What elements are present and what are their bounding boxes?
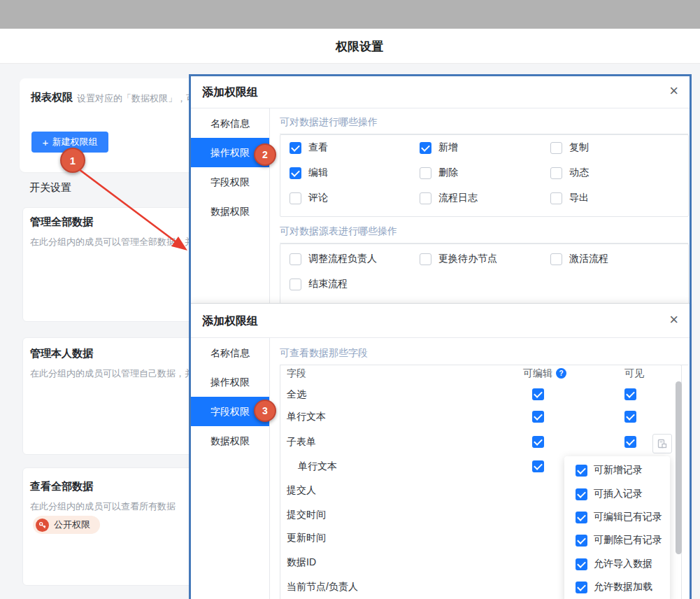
add-permission-group-modal-1: 添加权限组 × 名称信息 操作权限 字段权限 数据权限 可对数据进行哪些操作 查…: [191, 76, 690, 303]
checkbox-item: 导出: [550, 192, 589, 204]
dropdown-item-label: 可新增记录: [594, 464, 643, 477]
tab-field-permission[interactable]: 字段权限: [191, 167, 269, 197]
field-row-label: 单行文本: [287, 411, 326, 423]
card-title: 管理全部数据: [30, 216, 93, 229]
checkbox-item: 激活流程: [550, 253, 608, 265]
public-permission-label: 公开权限: [54, 519, 90, 531]
dropdown-item: 可新增记录: [576, 464, 643, 477]
editable-checkbox-sub-single-text[interactable]: [532, 460, 544, 472]
checkbox-can-edit-existing[interactable]: [576, 512, 587, 523]
checkbox-view[interactable]: [290, 142, 301, 154]
visible-checkbox-select-all[interactable]: [624, 388, 636, 400]
checkbox-item: 评论: [290, 192, 328, 204]
modal2-header: [191, 304, 690, 338]
tab-name-info[interactable]: 名称信息: [191, 108, 269, 138]
field-row-label: 当前节点/负责人: [287, 581, 358, 593]
section-label-data-operations: 可对数据进行哪些操作: [280, 116, 689, 134]
checkbox-end-flow[interactable]: [290, 279, 301, 290]
checkbox-label: 更换待办节点: [438, 253, 497, 265]
tab-data-permission[interactable]: 数据权限: [191, 197, 269, 226]
modal1-title: 添加权限组: [202, 85, 258, 100]
checkbox-label: 导出: [569, 192, 589, 204]
field-row-label: 子表单: [287, 436, 316, 449]
checkbox-label: 流程日志: [438, 192, 478, 204]
checkbox-item: 编辑: [290, 167, 328, 179]
page-title: 权限设置: [0, 38, 700, 55]
visible-checkbox-single-text[interactable]: [624, 411, 636, 423]
plus-icon: +: [43, 136, 49, 148]
table-scrollbar-thumb[interactable]: [676, 381, 682, 554]
modal1-header: [191, 76, 690, 108]
column-header-editable: 可编辑?: [523, 367, 566, 380]
checkbox-label: 复制: [569, 141, 589, 154]
checkbox-item: 删除: [420, 167, 458, 179]
dropdown-item: 可编辑已有记录: [576, 511, 662, 523]
public-permission-tag[interactable]: 公开权限: [33, 516, 100, 534]
checkbox-label: 查看: [308, 141, 328, 154]
tab-operation-permission[interactable]: 操作权限: [191, 367, 269, 397]
checkbox-change-todo-node[interactable]: [420, 253, 431, 265]
dropdown-item: 可删除已有记录: [576, 534, 662, 547]
modal2-close-icon[interactable]: ×: [669, 313, 678, 327]
section-label-source-table-operations: 可对数据源表进行哪些操作: [280, 225, 689, 244]
subform-options-dropdown: 可新增记录 可插入记录 可编辑已有记录 可删除已有记录 允许导入数据 允许数据加…: [564, 456, 670, 599]
field-row-label: 数据ID: [287, 556, 316, 569]
tab-data-permission[interactable]: 数据权限: [191, 426, 269, 456]
card-title: 管理本人数据: [30, 347, 93, 360]
editable-checkbox-select-all[interactable]: [532, 388, 544, 400]
checkbox-label: 编辑: [308, 167, 328, 179]
modal1-close-icon[interactable]: ×: [669, 84, 678, 98]
column-header-visible: 可见: [624, 367, 644, 380]
visible-checkbox-subform[interactable]: [624, 436, 636, 448]
modal2-title: 添加权限组: [202, 314, 258, 329]
checkbox-edit[interactable]: [290, 167, 301, 179]
checkbox-copy[interactable]: [550, 142, 562, 154]
checkbox-add[interactable]: [420, 142, 431, 154]
checkbox-label: 删除: [438, 167, 458, 179]
dropdown-item: 允许数据加载: [576, 581, 652, 593]
checkbox-label: 动态: [569, 167, 589, 179]
dropdown-item: 可插入记录: [576, 488, 643, 500]
checkbox-label: 结束流程: [308, 278, 348, 290]
tab-name-info[interactable]: 名称信息: [191, 338, 269, 367]
checkbox-item: 新增: [420, 141, 458, 154]
checkbox-activity[interactable]: [550, 167, 562, 179]
subform-settings-button[interactable]: [652, 434, 672, 453]
checkbox-allow-data-load[interactable]: [576, 582, 587, 593]
checkbox-item: 流程日志: [420, 192, 478, 204]
checkbox-comment[interactable]: [290, 192, 301, 204]
checkbox-label: 新增: [438, 141, 458, 154]
dropdown-item: 允许导入数据: [576, 558, 652, 570]
report-permission-title: 报表权限: [31, 91, 73, 104]
modal2-sidebar: 名称信息 操作权限 字段权限 数据权限: [191, 338, 270, 599]
checkbox-delete[interactable]: [420, 167, 431, 179]
help-icon[interactable]: ?: [556, 368, 566, 379]
step-badge-3: 3: [254, 400, 276, 422]
checkbox-can-delete-existing[interactable]: [576, 535, 587, 547]
switch-settings-label: 开关设置: [29, 181, 71, 195]
checkbox-can-insert-record[interactable]: [576, 488, 587, 500]
field-row-label: 全选: [287, 388, 306, 401]
checkbox-activate-flow[interactable]: [550, 253, 562, 265]
editable-checkbox-single-text[interactable]: [532, 411, 544, 423]
checkbox-can-add-record[interactable]: [576, 465, 587, 477]
step-badge-2: 2: [254, 143, 276, 166]
checkbox-allow-import[interactable]: [576, 558, 587, 570]
key-icon: [36, 519, 49, 532]
checkbox-export[interactable]: [550, 192, 562, 204]
checkbox-label: 调整流程负责人: [308, 253, 377, 265]
section-label-viewable-fields: 可查看数据那些字段: [280, 347, 689, 365]
data-operations-box: [280, 134, 689, 217]
checkbox-flow-log[interactable]: [420, 192, 431, 204]
card-title: 查看全部数据: [30, 480, 93, 493]
field-row-label: 提交时间: [287, 509, 326, 521]
field-row-label: 提交人: [287, 484, 316, 497]
checkbox-item: 查看: [290, 141, 328, 154]
permission-settings-page: 权限设置 报表权限 设置对应的「数据权限」，可 + 新建权限组 开关设置 管理全…: [0, 0, 700, 599]
checkbox-item: 更换待办节点: [420, 253, 497, 265]
new-permission-group-label: 新建权限组: [52, 136, 97, 148]
editable-checkbox-subform[interactable]: [532, 436, 544, 448]
checkbox-label: 评论: [308, 192, 328, 204]
checkbox-item: 调整流程负责人: [290, 253, 377, 265]
checkbox-adjust-flow-owner[interactable]: [290, 253, 301, 265]
